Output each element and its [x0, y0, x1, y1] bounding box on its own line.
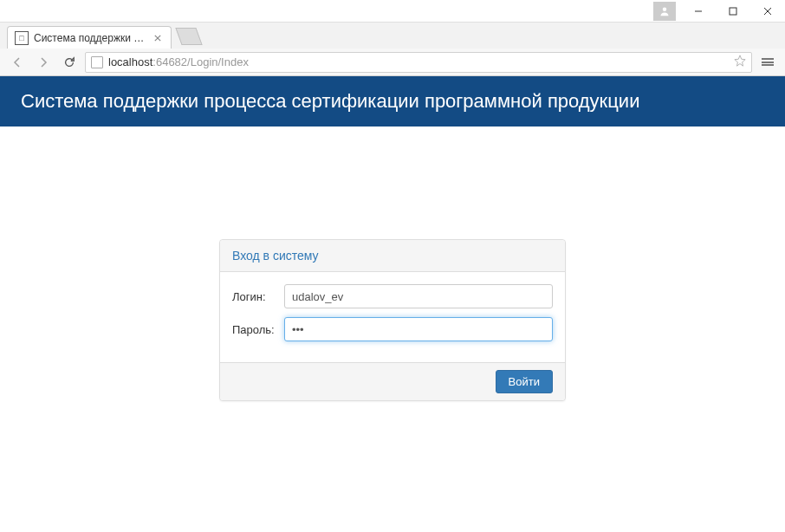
- page-content: Система поддержки процесса сертификации …: [0, 76, 785, 532]
- browser-tab-strip: □ Система поддержки про: [0, 23, 785, 49]
- login-panel-title: Вход в систему: [220, 240, 565, 272]
- site-info-icon[interactable]: [91, 56, 103, 68]
- tab-close-icon[interactable]: [152, 32, 164, 44]
- nav-reload-button[interactable]: [59, 52, 80, 73]
- login-panel-footer: Войти: [220, 362, 565, 400]
- nav-back-button[interactable]: [7, 52, 28, 73]
- password-label: Пароль:: [232, 323, 284, 336]
- window-minimize-button[interactable]: [681, 0, 716, 23]
- nav-forward-button[interactable]: [33, 52, 54, 73]
- window-close-button[interactable]: [750, 0, 785, 23]
- new-tab-button[interactable]: [175, 28, 202, 45]
- chrome-menu-button[interactable]: [757, 52, 778, 73]
- url-path: :64682/Login/Index: [152, 55, 249, 68]
- url-host: localhost: [108, 55, 152, 68]
- window-maximize-button[interactable]: [716, 0, 750, 23]
- user-account-icon[interactable]: [653, 2, 676, 21]
- password-input[interactable]: [284, 317, 553, 341]
- page-title: Система поддержки процесса сертификации …: [0, 76, 785, 127]
- login-row: Логин:: [232, 284, 553, 308]
- login-panel: Вход в систему Логин: Пароль: Войти: [219, 239, 566, 401]
- bookmark-star-icon[interactable]: [734, 55, 746, 69]
- browser-toolbar: localhost:64682/Login/Index: [0, 49, 785, 76]
- login-wrapper: Вход в систему Логин: Пароль: Войти: [0, 127, 785, 401]
- login-label: Логин:: [232, 290, 284, 303]
- tab-title: Система поддержки про: [34, 32, 148, 44]
- address-bar[interactable]: localhost:64682/Login/Index: [85, 52, 752, 73]
- tab-favicon-icon: □: [15, 31, 29, 45]
- address-url: localhost:64682/Login/Index: [108, 55, 734, 68]
- svg-point-0: [663, 7, 667, 11]
- submit-button[interactable]: Войти: [496, 370, 553, 393]
- login-panel-body: Логин: Пароль:: [220, 272, 565, 362]
- svg-rect-2: [730, 8, 736, 15]
- password-row: Пароль:: [232, 317, 553, 341]
- window-titlebar: [0, 0, 785, 23]
- browser-tab-active[interactable]: □ Система поддержки про: [7, 26, 172, 49]
- login-input[interactable]: [284, 284, 553, 308]
